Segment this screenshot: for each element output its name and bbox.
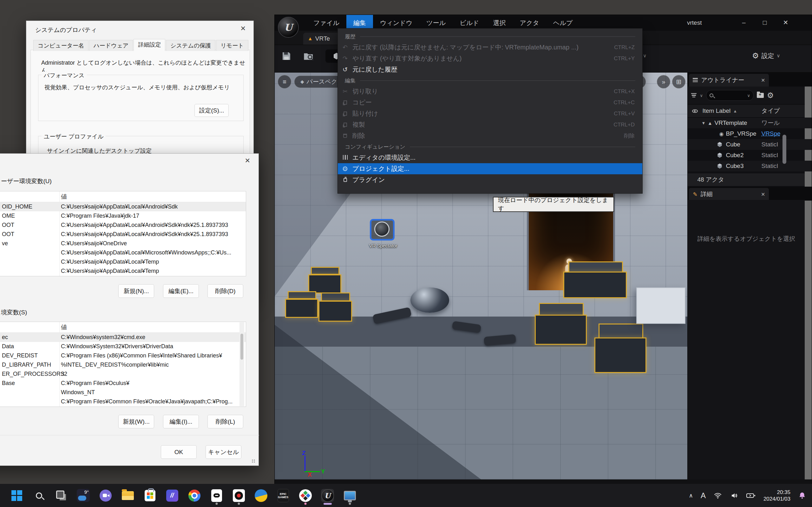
details-tab[interactable]: ✎ 詳細 ✕ bbox=[689, 188, 769, 201]
file-explorer-button[interactable] bbox=[121, 489, 134, 502]
resize-grip[interactable] bbox=[252, 459, 256, 464]
weather-widget[interactable]: 9° bbox=[77, 489, 90, 502]
filter-icon[interactable] bbox=[691, 93, 697, 98]
item-label-column[interactable]: Item Label bbox=[702, 107, 730, 114]
outliner-scroll-thumb[interactable] bbox=[782, 135, 786, 164]
outliner-row-bp-vrspectator[interactable]: ◉ BP_VRSpe VRSpe bbox=[688, 128, 812, 139]
menu-item-copy[interactable]: コピー CTRL+C bbox=[338, 97, 642, 108]
table-scrollbar[interactable] bbox=[240, 322, 244, 406]
close-icon[interactable]: ✕ bbox=[761, 191, 765, 198]
outliner-tab[interactable]: アウトライナー ✕ bbox=[689, 74, 769, 87]
type-column[interactable]: タイプ bbox=[761, 107, 780, 115]
tab-advanced[interactable]: 詳細設定 bbox=[134, 39, 165, 51]
task-view-button[interactable] bbox=[55, 489, 67, 502]
remote-pc-button[interactable] bbox=[343, 489, 356, 502]
menu-item-undo[interactable]: ↶ 元に戻す (以降は元に戻せません: マップをロード中: VRTemplate… bbox=[338, 42, 642, 53]
meta-app-button[interactable]: // bbox=[165, 489, 179, 502]
maximize-viewport-button[interactable]: » bbox=[657, 75, 670, 89]
menu-item-paste[interactable]: 貼り付け CTRL+V bbox=[338, 108, 642, 119]
oculus-app-button[interactable] bbox=[210, 489, 223, 502]
battery-icon[interactable] bbox=[746, 492, 756, 499]
outliner-row-world[interactable]: ▼ ▲ VRTemplate ワール bbox=[688, 118, 812, 128]
env-row[interactable]: C:¥Program Files¥Common Files¥Oracle¥Jav… bbox=[0, 397, 246, 406]
perspective-selector[interactable]: ◆ パースペク bbox=[294, 76, 343, 88]
env-row[interactable]: OOTC:¥Users¥saijo¥AppData¥Local¥Android¥… bbox=[0, 221, 246, 230]
vr-spectator-billboard[interactable]: VR Spectator bbox=[368, 219, 397, 250]
menu-item-editor-preferences[interactable]: エディタの環境設定... bbox=[338, 152, 642, 163]
minimize-button[interactable]: – bbox=[734, 15, 753, 31]
unreal-logo-icon[interactable]: U bbox=[278, 17, 299, 38]
menu-item-redo[interactable]: ↷ やり直す (やり直す対象がありません) CTRL+Y bbox=[338, 53, 642, 64]
volume-icon[interactable] bbox=[730, 492, 739, 499]
taskbar-search-button[interactable] bbox=[32, 489, 45, 502]
eye-icon[interactable] bbox=[692, 109, 698, 113]
quad-view-button[interactable]: ⊞ bbox=[672, 75, 686, 89]
viewport-menu-button[interactable]: ≡ bbox=[278, 75, 291, 89]
performance-settings-button[interactable]: 設定(S)... bbox=[194, 104, 229, 117]
clock[interactable]: 20:35 2024/01/03 bbox=[763, 489, 791, 502]
menu-item-plugins[interactable]: プラグイン bbox=[338, 174, 642, 185]
env-row[interactable]: DEV_REDISTC:¥Program Files (x86)¥Common … bbox=[0, 351, 246, 360]
wifi-icon[interactable] bbox=[713, 492, 722, 499]
outliner-search-input[interactable]: ∨ bbox=[706, 90, 754, 101]
env-row[interactable]: ER_OF_PROCESSORS32 bbox=[0, 370, 246, 379]
env-row[interactable]: veC:¥Users¥saijo¥OneDrive bbox=[0, 239, 246, 248]
gear-icon[interactable]: ⚙ bbox=[767, 91, 774, 100]
epic-games-button[interactable]: EPIC GAMES bbox=[276, 489, 290, 502]
outliner-row-cube3[interactable]: Cube3 StaticI bbox=[688, 161, 812, 171]
settings-dropdown[interactable]: ⚙ 設定 ∨ bbox=[752, 50, 780, 61]
browse-content-button[interactable] bbox=[302, 49, 315, 63]
developer-hub-button[interactable] bbox=[299, 489, 312, 502]
menu-item-project-settings[interactable]: ⚙ プロジェクト設定... bbox=[338, 163, 642, 174]
system-edit-button[interactable]: 編集(I)... bbox=[163, 415, 199, 429]
cancel-button[interactable]: キャンセル bbox=[206, 445, 241, 459]
ime-indicator[interactable]: A bbox=[701, 491, 706, 500]
user-delete-button[interactable]: 削除(D) bbox=[207, 284, 243, 298]
tab-hardware[interactable]: ハードウェア bbox=[89, 40, 133, 51]
close-button[interactable]: ✕ bbox=[776, 15, 795, 31]
env-row[interactable]: DataC:¥Windows¥System32¥Drivers¥DriverDa… bbox=[0, 342, 246, 351]
menu-item-delete[interactable]: 削除 削除 bbox=[338, 130, 642, 141]
wave-app-button[interactable] bbox=[254, 489, 267, 502]
env-row[interactable]: ecC:¥Windows¥system32¥cmd.exe bbox=[0, 333, 246, 342]
chat-app-button[interactable] bbox=[99, 489, 112, 502]
close-icon[interactable]: ✕ bbox=[240, 25, 246, 32]
maximize-button[interactable]: □ bbox=[755, 15, 774, 31]
env-row[interactable]: OMEC:¥Program Files¥Java¥jdk-17 bbox=[0, 211, 246, 221]
user-vars-table[interactable]: 値 OID_HOMEC:¥Users¥saijo¥AppData¥Local¥A… bbox=[0, 191, 246, 276]
add-folder-icon[interactable] bbox=[757, 93, 764, 98]
env-row[interactable]: OOTC:¥Users¥saijo¥AppData¥Local¥Android¥… bbox=[0, 230, 246, 239]
unreal-engine-button[interactable]: U bbox=[321, 489, 334, 502]
env-row[interactable]: BaseC:¥Program Files¥Oculus¥ bbox=[0, 379, 246, 388]
start-button[interactable] bbox=[10, 489, 23, 502]
env-row[interactable]: C:¥Users¥saijo¥AppData¥Local¥Microsoft¥W… bbox=[0, 248, 246, 257]
ok-button[interactable]: OK bbox=[161, 445, 197, 459]
system-delete-button[interactable]: 削除(L) bbox=[207, 415, 243, 429]
close-icon[interactable]: ✕ bbox=[245, 157, 250, 164]
system-vars-table[interactable]: 値 ecC:¥Windows¥system32¥cmd.exe DataC:¥W… bbox=[0, 322, 246, 407]
row-type-link[interactable]: VRSpe bbox=[761, 130, 780, 137]
user-new-button[interactable]: 新規(N)... bbox=[118, 284, 154, 298]
menu-item-undo-history[interactable]: ↺ 元に戻した履歴 bbox=[338, 64, 642, 75]
microsoft-store-button[interactable] bbox=[143, 489, 156, 502]
save-button[interactable] bbox=[280, 49, 293, 63]
env-row[interactable]: C:¥Users¥saijo¥AppData¥Local¥Temp bbox=[0, 267, 246, 276]
close-icon[interactable]: ✕ bbox=[761, 77, 765, 83]
tab-computer-name[interactable]: コンピューター名 bbox=[33, 40, 89, 51]
env-row[interactable]: OID_HOMEC:¥Users¥saijo¥AppData¥Local¥And… bbox=[0, 202, 246, 211]
outliner-row-cube2[interactable]: Cube2 StaticI bbox=[688, 150, 812, 161]
chevron-down-icon[interactable]: ∨ bbox=[700, 93, 703, 98]
outliner-row-cube[interactable]: Cube StaticI bbox=[688, 139, 812, 150]
expander-icon[interactable]: ▼ bbox=[688, 121, 705, 125]
user-edit-button[interactable]: 編集(E)... bbox=[163, 284, 199, 298]
hidden-icons-button[interactable]: ∧ bbox=[689, 492, 693, 499]
system-new-button[interactable]: 新規(W)... bbox=[118, 415, 154, 429]
tab-remote[interactable]: リモート bbox=[216, 40, 248, 51]
chrome-button[interactable] bbox=[188, 489, 201, 502]
menu-item-duplicate[interactable]: 複製 CTRL+D bbox=[338, 119, 642, 130]
recorder-app-button[interactable] bbox=[232, 489, 245, 502]
env-row[interactable]: Windows_NT bbox=[0, 388, 246, 397]
notification-bell-icon[interactable] bbox=[798, 492, 806, 500]
menu-item-cut[interactable]: ✂ 切り取り CTRL+X bbox=[338, 86, 642, 97]
tab-system-protection[interactable]: システムの保護 bbox=[166, 40, 215, 51]
